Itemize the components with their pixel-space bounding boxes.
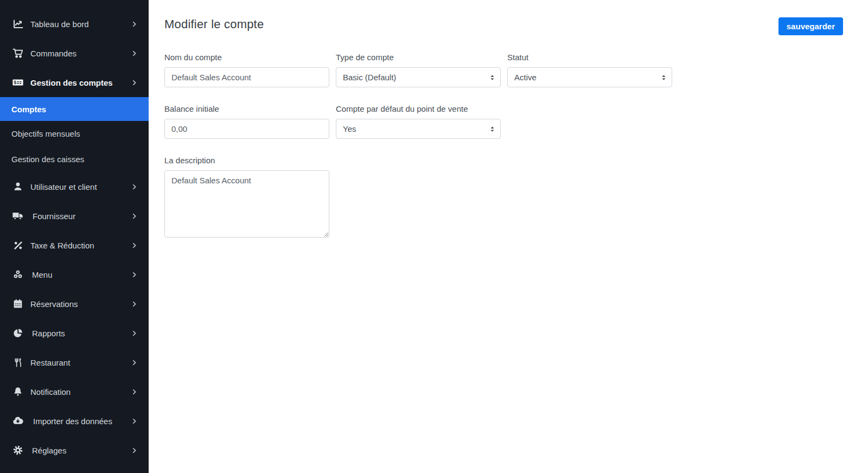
- chevron-right-icon: [131, 359, 138, 366]
- sidebar-item-account-management[interactable]: $ Gestion des comptes: [0, 68, 149, 97]
- field-initial-balance: Balance initiale: [164, 103, 329, 139]
- pos-default-select-wrap: Yes: [336, 119, 501, 139]
- sidebar-item-label: Importer des données: [29, 417, 131, 426]
- sidebar-item-reservations[interactable]: Réservations: [0, 289, 149, 318]
- sidebar-subitem-monthly-goals[interactable]: Objectifs mensuels: [0, 121, 149, 146]
- sidebar-item-label: Réglages: [29, 446, 131, 455]
- sidebar-item-label: Réservations: [29, 299, 131, 309]
- pie-chart-icon: [11, 328, 24, 338]
- chevron-right-icon: [131, 21, 138, 28]
- account-type-select-wrap: Basic (Default): [336, 67, 501, 87]
- sidebar-item-menu[interactable]: Menu: [0, 260, 149, 289]
- sidebar-item-label: Taxe & Réduction: [29, 241, 131, 250]
- cart-icon: [11, 48, 24, 59]
- sidebar-item-users-clients[interactable]: Utilisateur et client: [0, 172, 149, 201]
- chevron-right-icon: [131, 271, 138, 278]
- user-icon: [11, 181, 24, 192]
- sidebar-item-label: Gestion des comptes: [29, 78, 131, 87]
- sidebar-subitem-label: Comptes: [11, 105, 46, 114]
- form-row-1: Nom du compte Type de compte Basic (Defa…: [164, 52, 843, 87]
- chevron-right-icon: [131, 213, 138, 220]
- sidebar-item-label: Tableau de bord: [29, 20, 131, 29]
- initial-balance-input[interactable]: [164, 119, 329, 139]
- field-status: Statut Active: [507, 52, 672, 87]
- chevron-right-icon: [131, 301, 138, 308]
- circles-icon: [11, 269, 24, 280]
- edit-account-form: Nom du compte Type de compte Basic (Defa…: [164, 52, 843, 238]
- sidebar-item-reports[interactable]: Rapports: [0, 318, 149, 348]
- svg-text:$: $: [14, 80, 16, 85]
- status-label: Statut: [507, 52, 672, 63]
- sidebar-item-label: Utilisateur et client: [29, 182, 131, 191]
- utensils-icon: [11, 357, 24, 368]
- field-account-type: Type de compte Basic (Default): [336, 52, 501, 87]
- chevron-right-icon: [131, 242, 138, 249]
- chevron-right-icon: [131, 50, 138, 57]
- sidebar-item-orders[interactable]: Commandes: [0, 39, 149, 68]
- form-row-2: Balance initiale Compte par défaut du po…: [164, 103, 843, 139]
- calendar-icon: [11, 298, 24, 309]
- cloud-download-icon: [11, 415, 24, 427]
- status-select-wrap: Active: [507, 67, 672, 87]
- initial-balance-label: Balance initiale: [164, 103, 329, 114]
- sidebar-item-label: Fournisseur: [29, 212, 131, 221]
- sidebar-item-supplier[interactable]: Fournisseur: [0, 201, 149, 231]
- description-textarea[interactable]: Default Sales Account: [164, 170, 329, 238]
- app-window: Tableau de bord Commandes: [0, 0, 868, 473]
- sidebar-item-label: Restaurant: [29, 358, 131, 367]
- chevron-right-icon: [131, 183, 138, 190]
- status-select[interactable]: Active: [507, 67, 672, 87]
- sidebar-item-label: Notification: [29, 387, 131, 397]
- truck-icon: [11, 210, 24, 222]
- chart-line-icon: [11, 18, 24, 30]
- chevron-right-icon: [131, 330, 138, 337]
- account-name-input[interactable]: [164, 67, 329, 87]
- account-type-label: Type de compte: [336, 52, 501, 63]
- money-check-icon: $: [11, 76, 24, 88]
- chevron-right-icon: [131, 388, 138, 395]
- field-account-name: Nom du compte: [164, 52, 329, 87]
- chevron-right-icon: [131, 447, 138, 454]
- sidebar-item-label: Commandes: [29, 49, 131, 58]
- pos-default-select[interactable]: Yes: [336, 119, 501, 139]
- field-pos-default: Compte par défaut du point de vente Yes: [336, 103, 501, 139]
- sidebar-subitem-accounts[interactable]: Comptes: [0, 97, 149, 121]
- sidebar-item-dashboard[interactable]: Tableau de bord: [0, 9, 149, 39]
- sidebar-item-notification[interactable]: Notification: [0, 377, 149, 406]
- main-content: Modifier le compte sauvegarder Nom du co…: [149, 0, 868, 473]
- page-header: Modifier le compte sauvegarder: [164, 17, 843, 35]
- description-label: La description: [164, 155, 329, 166]
- sidebar-item-tax-discount[interactable]: Taxe & Réduction: [0, 231, 149, 260]
- chevron-right-icon: [131, 418, 138, 425]
- field-description: La description Default Sales Account: [164, 155, 329, 238]
- sidebar-subitem-cash-register[interactable]: Gestion des caisses: [0, 146, 149, 172]
- pos-default-label: Compte par défaut du point de vente: [336, 103, 501, 114]
- save-button[interactable]: sauvegarder: [778, 17, 843, 35]
- gear-icon: [11, 445, 24, 456]
- chevron-right-icon: [131, 79, 138, 86]
- page-title: Modifier le compte: [164, 17, 264, 31]
- sidebar: Tableau de bord Commandes: [0, 0, 149, 473]
- account-name-label: Nom du compte: [164, 52, 329, 63]
- sidebar-item-settings[interactable]: Réglages: [0, 436, 149, 465]
- bell-icon: [11, 386, 24, 397]
- account-type-select[interactable]: Basic (Default): [336, 67, 501, 87]
- sidebar-subitem-label: Gestion des caisses: [11, 155, 84, 164]
- form-row-3: La description Default Sales Account: [164, 155, 843, 238]
- sidebar-item-import-data[interactable]: Importer des données: [0, 406, 149, 436]
- sidebar-subitem-label: Objectifs mensuels: [11, 129, 80, 138]
- sidebar-item-label: Rapports: [29, 329, 131, 338]
- sidebar-item-restaurant[interactable]: Restaurant: [0, 348, 149, 377]
- percent-icon: [11, 240, 24, 251]
- sidebar-item-label: Menu: [29, 270, 131, 279]
